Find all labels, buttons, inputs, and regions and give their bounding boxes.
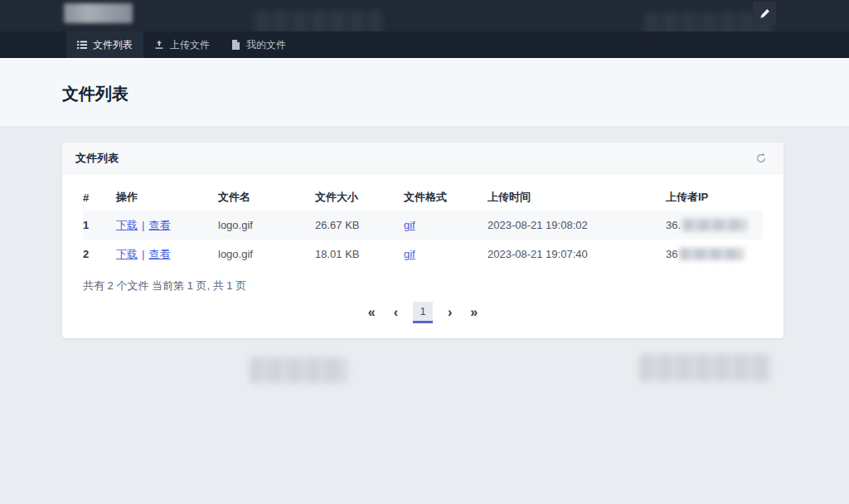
file-count-summary: 共有 2 个文件 当前第 1 页, 共 1 页 <box>83 279 763 293</box>
tab-my-files[interactable]: 我的文件 <box>221 32 297 58</box>
row-ip: 36 <box>666 248 763 260</box>
page-title: 文件列表 <box>62 83 129 105</box>
action-separator: | <box>142 219 144 231</box>
redacted-ip <box>682 219 747 231</box>
list-icon <box>77 40 87 50</box>
row-filename: logo.gif <box>218 248 315 260</box>
row-size: 18.01 KB <box>315 248 404 260</box>
tab-label: 文件列表 <box>93 38 133 52</box>
row-index: 1 <box>83 219 116 231</box>
tab-upload-file[interactable]: 上传文件 <box>143 32 221 58</box>
last-page-button[interactable]: » <box>467 304 481 321</box>
document-icon <box>231 40 240 50</box>
format-link[interactable]: gif <box>404 248 488 260</box>
app-window: 文件列表 上传文件 我的文件 文件列表 文件列表 <box>0 0 849 504</box>
download-link[interactable]: 下载 <box>116 248 138 260</box>
col-ip: 上传者IP <box>666 190 763 205</box>
prev-page-button[interactable]: ‹ <box>391 304 401 321</box>
col-filename: 文件名 <box>218 190 315 205</box>
action-separator: | <box>142 248 144 260</box>
app-logo[interactable] <box>64 3 133 23</box>
next-page-button[interactable]: › <box>444 304 455 321</box>
upload-icon <box>154 40 164 50</box>
view-link[interactable]: 查看 <box>148 248 170 260</box>
format-link[interactable]: gif <box>404 219 488 231</box>
table-row: 2 下载|查看 logo.gif 18.01 KB gif 2023-08-21… <box>83 240 763 269</box>
table-row: 1 下载|查看 logo.gif 26.67 KB gif 2023-08-21… <box>83 211 763 240</box>
redacted-ip <box>679 248 744 260</box>
row-ip: 36. <box>666 219 763 231</box>
file-table: # 操作 文件名 文件大小 文件格式 上传时间 上传者IP 1 下载|查看 lo… <box>83 184 763 269</box>
col-size: 文件大小 <box>315 190 404 205</box>
refresh-icon <box>755 153 767 164</box>
row-filename: logo.gif <box>218 219 315 231</box>
row-size: 26.67 KB <box>315 219 404 231</box>
tab-file-list[interactable]: 文件列表 <box>66 32 143 58</box>
current-page-button[interactable]: 1 <box>413 302 433 323</box>
refresh-button[interactable] <box>752 149 770 167</box>
ip-prefix: 36. <box>666 219 681 231</box>
edit-button[interactable] <box>753 2 776 25</box>
ip-prefix: 36 <box>666 248 677 260</box>
topbar <box>0 0 849 32</box>
watermark-bottom-right <box>639 354 771 381</box>
watermark-bottom-left <box>250 357 347 383</box>
row-actions: 下载|查看 <box>116 247 218 262</box>
pagination: « ‹ 1 › » <box>62 300 784 325</box>
watermark-top-center <box>255 11 381 33</box>
row-time: 2023-08-21 19:08:02 <box>488 219 666 231</box>
download-link[interactable]: 下载 <box>116 219 138 231</box>
col-format: 文件格式 <box>404 190 488 205</box>
view-link[interactable]: 查看 <box>148 219 170 231</box>
col-actions: 操作 <box>116 190 218 205</box>
file-list-card: 文件列表 # 操作 文件名 文件大小 文件格式 上传时间 上传者IP <box>62 143 784 338</box>
col-index: # <box>83 191 116 204</box>
card-title: 文件列表 <box>75 151 119 166</box>
table-header-row: # 操作 文件名 文件大小 文件格式 上传时间 上传者IP <box>83 184 763 211</box>
tab-label: 我的文件 <box>246 38 286 52</box>
pencil-icon <box>759 7 771 20</box>
row-actions: 下载|查看 <box>116 218 218 233</box>
tab-label: 上传文件 <box>170 38 210 52</box>
col-time: 上传时间 <box>488 190 666 205</box>
first-page-button[interactable]: « <box>365 304 379 321</box>
card-header: 文件列表 <box>62 143 784 174</box>
page-header: 文件列表 <box>0 58 849 126</box>
nav-bar: 文件列表 上传文件 我的文件 <box>0 32 849 58</box>
row-index: 2 <box>83 248 116 260</box>
row-time: 2023-08-21 19:07:40 <box>488 248 666 260</box>
